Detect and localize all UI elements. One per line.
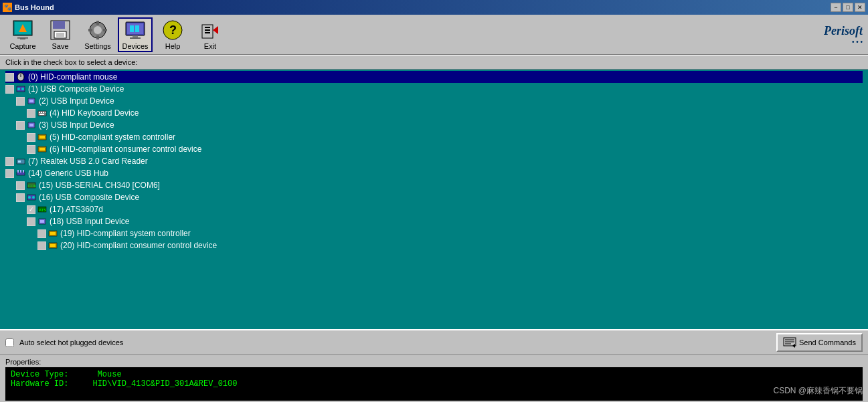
svg-rect-46 <box>39 148 45 150</box>
watermark: CSDN @麻辣香锅不要锅 <box>773 385 863 397</box>
serial-icon: COM <box>26 180 37 191</box>
hid-system-icon-19 <box>48 228 58 239</box>
svg-rect-37 <box>41 112 42 113</box>
svg-rect-6 <box>53 21 65 29</box>
svg-rect-17 <box>130 25 134 32</box>
svg-rect-50 <box>17 170 19 173</box>
capture-button[interactable]: Capture <box>5 17 40 52</box>
device-label-2: (2) USB Input Device <box>39 96 114 106</box>
send-commands-label: Send Commands <box>799 338 856 346</box>
list-item[interactable]: (14) Generic USB Hub <box>5 167 863 179</box>
device-checkbox-20[interactable] <box>37 241 46 250</box>
svg-rect-11 <box>96 21 99 25</box>
minimize-button[interactable]: − <box>831 3 841 12</box>
settings-icon <box>87 19 108 41</box>
list-item[interactable]: (16) USB Composite Device <box>16 191 863 203</box>
device-checkbox-14[interactable] <box>5 169 14 178</box>
maximize-button[interactable]: □ <box>843 3 853 12</box>
devices-icon <box>124 19 146 41</box>
device-checkbox-4[interactable] <box>27 109 35 118</box>
svg-rect-20 <box>130 37 141 39</box>
list-item[interactable]: (7) Realtek USB 2.0 Card Reader <box>5 155 863 167</box>
device-checkbox-3[interactable] <box>16 121 25 130</box>
properties-label: Properties: <box>5 358 863 366</box>
properties-content: Device Type: Mouse Hardware ID: HID\VID_… <box>5 367 863 401</box>
hid-consumer-icon-20 <box>48 240 58 251</box>
device-list-container: (0) HID-compliant mouse (1) USB Composit… <box>0 70 868 329</box>
list-item[interactable]: COM (15) USB-SERIAL CH340 [COM6] <box>16 179 863 191</box>
list-item[interactable]: (20) HID-compliant consumer control devi… <box>37 239 863 252</box>
device-list-scroll[interactable]: (0) HID-compliant mouse (1) USB Composit… <box>0 70 868 329</box>
device-label-7: (7) Realtek USB 2.0 Card Reader <box>28 157 148 166</box>
svg-rect-52 <box>23 170 24 173</box>
device-label-1: (1) USB Composite Device <box>28 84 124 94</box>
svg-point-31 <box>17 88 20 90</box>
exit-button[interactable]: Exit <box>193 17 228 52</box>
svg-rect-19 <box>133 35 138 37</box>
auto-select-checkbox[interactable] <box>5 338 14 347</box>
hid-consumer-icon <box>37 144 48 155</box>
svg-text:COM: COM <box>28 184 36 188</box>
svg-rect-12 <box>96 35 99 39</box>
svg-text:?: ? <box>169 23 177 37</box>
device-checkbox-16[interactable] <box>16 193 25 202</box>
list-item[interactable]: (4) HID Keyboard Device <box>27 107 863 119</box>
help-icon: ? <box>162 19 183 41</box>
device-checkbox-7[interactable] <box>5 157 14 166</box>
device-checkbox-0[interactable] <box>5 73 14 82</box>
device-label-3: (3) USB Input Device <box>39 120 114 130</box>
device-checkbox-17[interactable]: ✓ <box>27 205 35 214</box>
svg-point-10 <box>94 26 102 34</box>
list-item[interactable]: ✓ ATS (17) ATS3607d <box>27 203 863 215</box>
device-checkbox-6[interactable] <box>27 145 35 154</box>
svg-rect-65 <box>50 244 56 247</box>
device-checkbox-5[interactable] <box>27 133 35 142</box>
svg-point-57 <box>32 196 35 199</box>
perisoft-logo-area: Perisoft • • • <box>824 24 863 45</box>
save-button[interactable]: Save <box>43 17 78 52</box>
svg-rect-8 <box>56 33 64 37</box>
list-item[interactable]: (1) USB Composite Device <box>5 83 863 95</box>
svg-rect-63 <box>50 232 56 235</box>
device-checkbox-1[interactable] <box>5 85 14 94</box>
usb-composite-icon-16 <box>26 192 37 203</box>
svg-rect-36 <box>39 112 40 113</box>
device-checkbox-18[interactable] <box>27 217 35 226</box>
usb-hub-icon <box>15 168 26 179</box>
devices-button[interactable]: Devices <box>118 17 153 52</box>
list-item[interactable]: (18) USB Input Device <box>27 215 863 227</box>
close-button[interactable]: ✕ <box>855 3 865 12</box>
save-label: Save <box>52 42 68 50</box>
hid-system-icon <box>37 132 48 142</box>
settings-label: Settings <box>84 42 111 50</box>
svg-rect-42 <box>29 124 33 126</box>
svg-rect-48 <box>18 161 21 163</box>
toolbar-left: Capture Save <box>5 17 228 52</box>
list-item[interactable]: (19) HID-compliant system controller <box>37 227 863 239</box>
list-item[interactable]: (6) HID-compliant consumer control devic… <box>27 143 863 155</box>
send-commands-button[interactable]: Send Commands <box>776 333 863 352</box>
save-icon <box>50 19 71 41</box>
hardware-id-value: HID\VID_413C&PID_301A&REV_0100 <box>92 379 237 389</box>
list-item[interactable]: (0) HID-compliant mouse <box>5 71 863 83</box>
svg-text:ATS: ATS <box>39 208 46 212</box>
device-label-15: (15) USB-SERIAL CH340 [COM6] <box>39 181 160 190</box>
app-title: Bus Hound <box>15 3 54 11</box>
svg-rect-14 <box>103 29 107 31</box>
device-label-14: (14) Generic USB Hub <box>28 169 108 178</box>
device-checkbox-2[interactable] <box>16 97 25 106</box>
list-item[interactable]: (3) USB Input Device <box>16 119 863 131</box>
list-item[interactable]: (5) HID-compliant system controller <box>27 131 863 143</box>
instruction-bar: Click in the check box to select a devic… <box>0 55 868 70</box>
toolbar: Capture Save <box>0 15 868 55</box>
device-label-6: (6) HID-compliant consumer control devic… <box>50 144 201 154</box>
title-bar: 🐾 Bus Hound − □ ✕ <box>0 0 868 15</box>
list-item[interactable]: (2) USB Input Device <box>16 95 863 107</box>
settings-button[interactable]: Settings <box>80 17 115 52</box>
device-label-16: (16) USB Composite Device <box>39 193 139 202</box>
help-button[interactable]: ? Help <box>155 17 190 52</box>
device-label-20: (20) HID-compliant consumer control devi… <box>60 241 217 250</box>
device-checkbox-19[interactable] <box>37 229 46 238</box>
device-label-17: (17) ATS3607d <box>50 205 103 214</box>
device-checkbox-15[interactable] <box>16 181 25 190</box>
